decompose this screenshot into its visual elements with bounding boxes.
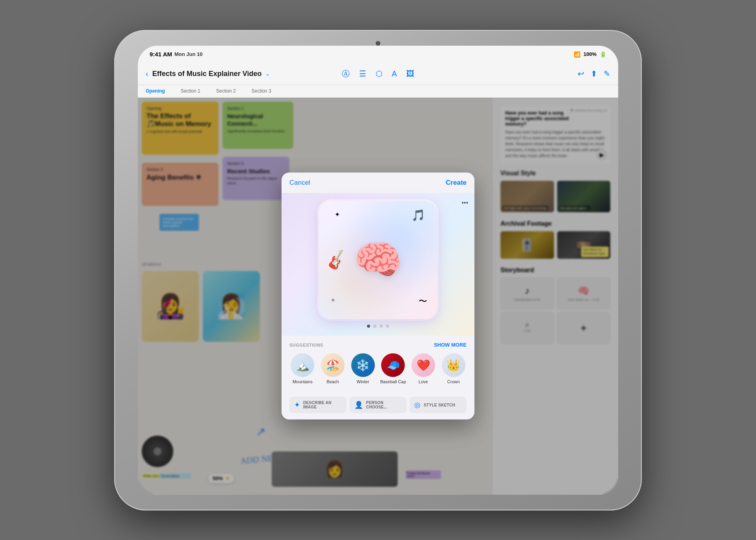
- wifi-icon: 📶: [574, 51, 580, 58]
- suggestion-crown-label: Crown: [447, 379, 460, 384]
- battery-text: 100%: [584, 51, 597, 57]
- toolbar-icon-edit[interactable]: ✎: [604, 69, 610, 78]
- sections-bar: Opening Section 1 Section 2 Section 3: [138, 85, 618, 98]
- suggestion-mountains-icon: 🏔️: [291, 353, 314, 377]
- suggestions-row: 🏔️ Mountains 🏖️ Beach: [289, 353, 467, 384]
- deco-wave-icon: 〜: [419, 295, 427, 307]
- describe-label: DESCRIBE AN IMAGE: [303, 401, 342, 409]
- toolbar-icon-photo[interactable]: 🖼: [406, 69, 414, 78]
- modal-header: Cancel Create: [282, 173, 474, 193]
- suggestion-love-label: Love: [419, 379, 428, 384]
- describe-icon: ✦: [294, 401, 300, 409]
- suggestion-love-icon: ❤️: [411, 353, 435, 377]
- suggestion-beach-label: Beach: [326, 379, 339, 384]
- style-icon: ◎: [414, 401, 421, 409]
- suggestion-love[interactable]: ❤️ Love: [410, 353, 437, 384]
- modal-image-area: ••• 🎸 🎵 〜 ✦ ✧ 🧠: [282, 193, 474, 336]
- suggestion-winter-label: Winter: [357, 379, 369, 384]
- suggestion-baseball-label: Baseball Cap: [380, 379, 406, 384]
- modal-more-button[interactable]: •••: [461, 199, 468, 206]
- page-dot-1[interactable]: [367, 325, 370, 328]
- suggestion-baseball-cap[interactable]: 🧢 Baseball Cap: [380, 353, 406, 384]
- ipad-screen: 9:41 AM Mon Jun 10 📶 100% 🔋 ‹ Effects of…: [138, 46, 618, 495]
- toolbar: ‹ Effects of Music Explainer Video ⌄ Ⓐ ☰…: [138, 63, 618, 85]
- suggestion-winter-icon: ❄️: [351, 353, 375, 377]
- image-page-dots: [367, 325, 389, 328]
- modal-overlay: Cancel Create ••• 🎸 🎵 〜 ✦: [138, 98, 618, 495]
- person-choose-option[interactable]: 👤 PERSON CHOOSE...: [350, 397, 407, 413]
- suggestion-beach[interactable]: 🏖️ Beach: [320, 353, 346, 384]
- toolbar-icon-list[interactable]: ☰: [359, 69, 366, 78]
- brain-image: 🧠: [354, 237, 403, 283]
- style-sketch-option[interactable]: ◎ STYLE SKETCH: [410, 397, 467, 413]
- style-label: STYLE SKETCH: [424, 403, 455, 407]
- suggestions-section: SUGGESTIONS SHOW MORE 🏔️ Mountains: [282, 336, 474, 397]
- deco-notes-icon: 🎵: [411, 209, 425, 222]
- suggestion-crown-icon: 👑: [442, 353, 465, 377]
- status-time: 9:41 AM: [150, 51, 172, 58]
- document-title: Effects of Music Explainer Video: [152, 70, 262, 78]
- page-dot-4[interactable]: [386, 325, 389, 328]
- modal-create-button[interactable]: Create: [446, 179, 467, 187]
- bottom-options: ✦ DESCRIBE AN IMAGE 👤 PERSON CHOOSE... ◎…: [282, 397, 474, 419]
- describe-image-option[interactable]: ✦ DESCRIBE AN IMAGE: [289, 397, 346, 413]
- modal-cancel-button[interactable]: Cancel: [289, 179, 310, 187]
- section-2[interactable]: Section 2: [216, 88, 236, 94]
- suggestions-label: SUGGESTIONS: [289, 343, 323, 347]
- toolbar-icon-text[interactable]: A: [392, 69, 397, 78]
- back-button[interactable]: ‹: [146, 69, 148, 78]
- title-dropdown-icon[interactable]: ⌄: [265, 71, 270, 77]
- suggestion-mountains-label: Mountains: [293, 379, 313, 384]
- ipad-device: 9:41 AM Mon Jun 10 📶 100% 🔋 ‹ Effects of…: [114, 30, 642, 510]
- toolbar-icon-search[interactable]: Ⓐ: [342, 69, 350, 79]
- toolbar-icon-share[interactable]: ⬆: [591, 69, 597, 78]
- person-icon: 👤: [354, 401, 363, 409]
- main-content: Opening The Effects of 🎵Music on Memory …: [138, 98, 618, 495]
- battery-icon: 🔋: [600, 51, 606, 58]
- toolbar-icon-cloud[interactable]: ⬡: [376, 69, 382, 78]
- ai-generated-image: 🎸 🎵 〜 ✦ ✧ 🧠: [319, 201, 437, 319]
- deco-sparkle2-icon: ✧: [331, 297, 335, 303]
- suggestions-header: SUGGESTIONS SHOW MORE: [289, 342, 467, 348]
- suggestion-crown[interactable]: 👑 Crown: [440, 353, 467, 384]
- page-dot-3[interactable]: [380, 325, 383, 328]
- person-label: PERSON CHOOSE...: [366, 401, 402, 409]
- suggestion-baseball-icon: 🧢: [381, 353, 405, 377]
- status-date: Mon Jun 10: [174, 51, 203, 57]
- suggestion-beach-icon: 🏖️: [321, 353, 345, 377]
- status-bar: 9:41 AM Mon Jun 10 📶 100% 🔋: [138, 46, 618, 63]
- section-3[interactable]: Section 3: [252, 88, 271, 94]
- deco-sparkle1-icon: ✦: [335, 211, 340, 218]
- section-opening[interactable]: Opening: [146, 88, 165, 94]
- toolbar-icon-undo[interactable]: ↩: [578, 69, 584, 78]
- section-1[interactable]: Section 1: [181, 88, 200, 94]
- suggestion-winter[interactable]: ❄️ Winter: [350, 353, 376, 384]
- suggestion-mountains[interactable]: 🏔️ Mountains: [289, 353, 316, 384]
- show-more-button[interactable]: SHOW MORE: [434, 342, 467, 348]
- ai-image-modal: Cancel Create ••• 🎸 🎵 〜 ✦: [282, 173, 474, 419]
- page-dot-2[interactable]: [373, 325, 376, 328]
